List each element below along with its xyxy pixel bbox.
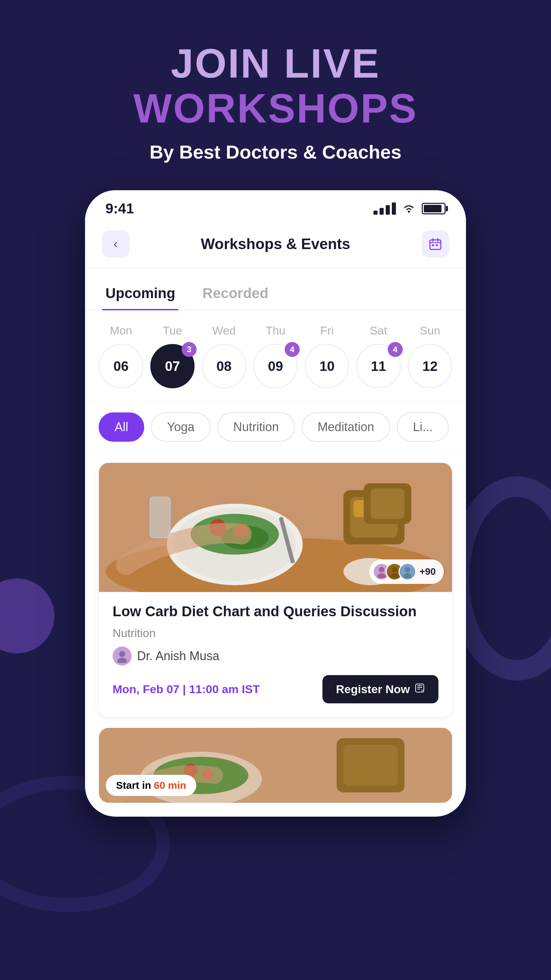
wifi-icon <box>402 202 416 216</box>
start-in-label: Start in <box>116 780 151 791</box>
day-09-badge: 4 <box>285 342 300 357</box>
svg-rect-6 <box>436 244 438 246</box>
day-11-badge: 4 <box>388 342 403 357</box>
hero-line2: WORKSHOPS <box>133 86 418 130</box>
card-2-image: Start in 60 min <box>99 728 452 803</box>
svg-point-29 <box>405 567 410 572</box>
svg-point-0 <box>408 211 410 213</box>
status-icons <box>373 202 446 216</box>
hero-header: JOIN LIVE WORKSHOPS By Best Doctors & Co… <box>133 0 418 163</box>
filter-lifestyle[interactable]: Li... <box>397 412 449 442</box>
tabs-bar: Upcoming Recorded <box>85 268 466 310</box>
day-label-mon: Mon <box>99 324 143 337</box>
register-icon <box>414 683 425 695</box>
doctor-avatar <box>113 646 132 666</box>
svg-point-27 <box>392 567 397 572</box>
filter-nutrition[interactable]: Nutrition <box>218 412 295 442</box>
nav-bar: ‹ Workshops & Events <box>85 224 466 268</box>
hero-line1: JOIN LIVE <box>133 41 418 86</box>
card-doctor-row: Dr. Anish Musa <box>113 646 438 666</box>
avatar-stack <box>373 563 416 581</box>
day-11[interactable]: 11 4 <box>356 344 401 388</box>
day-09[interactable]: 09 4 <box>253 344 298 388</box>
svg-rect-44 <box>343 745 398 786</box>
svg-point-32 <box>118 658 127 663</box>
attendees-bubble: +90 <box>369 559 444 584</box>
filter-yoga[interactable]: Yoga <box>151 412 211 442</box>
svg-point-28 <box>391 573 399 578</box>
day-label-wed: Wed <box>202 324 246 337</box>
day-numbers-row: 06 07 3 08 09 4 10 11 4 12 <box>95 344 456 388</box>
svg-point-31 <box>119 651 125 657</box>
day-label-fri: Fri <box>305 324 349 337</box>
hero-subtitle: By Best Doctors & Coaches <box>133 141 418 163</box>
signal-icon <box>373 202 396 215</box>
day-label-sun: Sun <box>408 324 452 337</box>
card-title: Low Carb Diet Chart and Queries Discussi… <box>113 602 438 621</box>
register-label: Register Now <box>336 682 410 696</box>
doctor-name: Dr. Anish Musa <box>137 649 219 663</box>
card-image-area: +90 <box>99 463 452 592</box>
category-filters: All Yoga Nutrition Meditation Li... <box>85 402 466 452</box>
svg-point-25 <box>379 567 384 572</box>
calendar-strip: Mon Tue Wed Thu Fri Sat Sun 06 07 3 08 0… <box>85 310 466 402</box>
svg-rect-37 <box>421 689 424 692</box>
event-date-time: Mon, Feb 07 | 11:00 am IST <box>113 682 260 696</box>
avatar-3 <box>399 563 416 581</box>
day-06[interactable]: 06 <box>99 344 143 388</box>
day-10[interactable]: 10 <box>305 344 349 388</box>
start-in-time: 60 min <box>154 780 186 791</box>
attendees-count: +90 <box>420 566 436 577</box>
register-now-button[interactable]: Register Now <box>322 675 438 703</box>
day-07-badge: 3 <box>182 342 197 357</box>
day-labels-row: Mon Tue Wed Thu Fri Sat Sun <box>95 324 456 337</box>
day-12[interactable]: 12 <box>408 344 452 388</box>
start-in-badge: Start in 60 min <box>106 775 196 796</box>
card-category: Nutrition <box>113 627 438 640</box>
filter-meditation[interactable]: Meditation <box>302 412 390 442</box>
day-label-sat: Sat <box>356 324 401 337</box>
day-07[interactable]: 07 3 <box>150 344 195 388</box>
svg-rect-1 <box>430 240 441 250</box>
card-footer: Mon, Feb 07 | 11:00 am IST Register Now <box>113 675 438 703</box>
svg-point-30 <box>403 573 411 578</box>
day-label-thu: Thu <box>253 324 298 337</box>
calendar-icon <box>429 237 442 250</box>
tab-recorded[interactable]: Recorded <box>199 278 272 310</box>
workshop-card-1: +90 Low Carb Diet Chart and Queries Disc… <box>98 463 453 717</box>
svg-rect-24 <box>150 497 170 538</box>
tab-upcoming[interactable]: Upcoming <box>102 278 179 310</box>
status-bar: 9:41 <box>85 190 466 224</box>
page-title: Workshops & Events <box>201 235 350 253</box>
svg-rect-21 <box>370 488 404 519</box>
bg-decoration-circle <box>0 579 54 653</box>
back-button[interactable]: ‹ <box>102 231 129 258</box>
back-arrow-icon: ‹ <box>114 237 118 251</box>
workshop-card-2-preview: Start in 60 min <box>98 727 453 803</box>
phone-mockup: 9:41 ‹ Work <box>85 190 466 817</box>
svg-point-26 <box>378 573 386 578</box>
status-time: 9:41 <box>105 200 134 217</box>
filter-all[interactable]: All <box>98 412 144 442</box>
calendar-button[interactable] <box>422 231 449 258</box>
svg-rect-5 <box>432 244 434 246</box>
day-08[interactable]: 08 <box>202 344 246 388</box>
day-label-tue: Tue <box>150 324 195 337</box>
battery-icon <box>422 203 446 215</box>
card-content: Low Carb Diet Chart and Queries Discussi… <box>99 592 452 717</box>
